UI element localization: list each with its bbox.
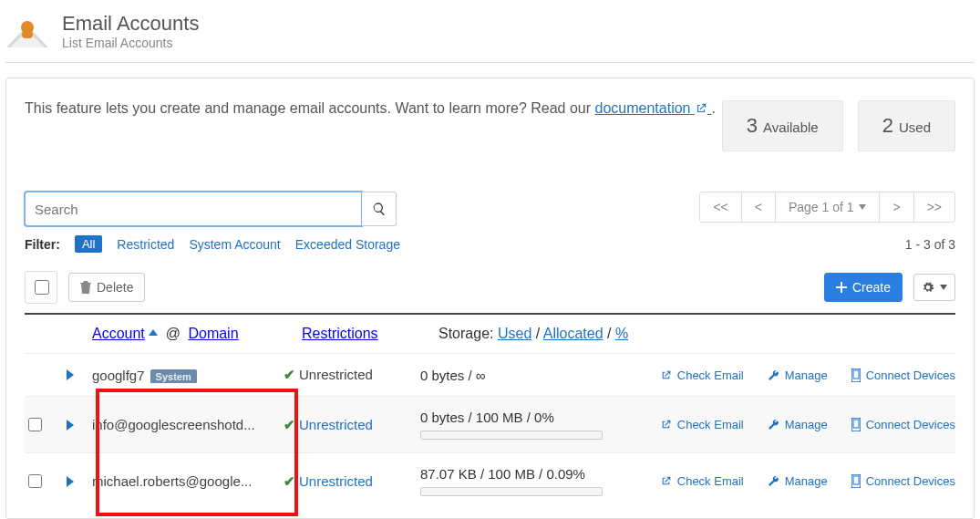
column-headers: Account @ Domain Restrictions Storage: U…: [25, 315, 955, 353]
pager-next[interactable]: >: [879, 192, 913, 223]
gear-icon: [922, 281, 934, 294]
storage-cell: 0 bytes / 100 MB / 0%: [420, 410, 645, 440]
search-input[interactable]: [25, 192, 362, 226]
svg-rect-7: [853, 420, 859, 428]
check-icon: ✔: [284, 417, 295, 432]
settings-menu-button[interactable]: [913, 274, 955, 301]
page-header: Email Accounts List Email Accounts: [5, 5, 975, 62]
svg-rect-9: [853, 476, 859, 484]
account-cell: googlfg7System: [92, 368, 284, 383]
storage-text: 0 bytes / ∞: [420, 368, 645, 383]
pager-first[interactable]: <<: [699, 192, 741, 223]
stat-used-num: 2: [882, 114, 893, 138]
storage-text: 0 bytes / 100 MB / 0%: [420, 410, 645, 425]
table-row: googlfg7System✔Unrestricted0 bytes / ∞Ch…: [25, 353, 955, 396]
main-panel: This feature lets you create and manage …: [5, 78, 975, 519]
trash-icon: [80, 281, 91, 294]
check-email-link[interactable]: Check Email: [660, 474, 744, 488]
chevron-right-icon: [67, 369, 74, 380]
manage-link[interactable]: Manage: [768, 418, 828, 431]
phone-icon: [851, 368, 861, 382]
storage-progress: [420, 487, 603, 496]
open-icon: [660, 369, 672, 381]
restriction-link[interactable]: Unrestricted: [299, 473, 373, 489]
filter-restricted[interactable]: Restricted: [117, 237, 174, 252]
check-icon: ✔: [284, 367, 295, 382]
email-accounts-icon: [5, 9, 49, 53]
expand-toggle[interactable]: [67, 369, 92, 380]
row-checkbox[interactable]: [28, 418, 42, 431]
row-checkbox[interactable]: [28, 474, 42, 488]
pager-last[interactable]: >>: [913, 192, 955, 223]
caret-down-icon: [940, 285, 947, 290]
expand-toggle[interactable]: [67, 476, 92, 487]
select-all-checkbox[interactable]: [35, 280, 49, 295]
manage-link[interactable]: Manage: [768, 368, 828, 382]
table-row: michael.roberts@google...✔Unrestricted87…: [25, 452, 955, 509]
table-row: info@googlescreenshotd...✔Unrestricted0 …: [25, 396, 955, 452]
connect-devices-link[interactable]: Connect Devices: [851, 474, 955, 488]
page-title: Email Accounts: [62, 12, 199, 36]
check-email-link[interactable]: Check Email: [660, 418, 744, 431]
chevron-right-icon: [67, 420, 74, 431]
select-all-wrapper[interactable]: [25, 271, 57, 304]
delete-button[interactable]: Delete: [68, 273, 145, 302]
sort-account[interactable]: Account: [92, 326, 145, 341]
wrench-icon: [768, 419, 779, 431]
separator: [5, 62, 975, 63]
restriction-cell: ✔Unrestricted: [284, 417, 420, 433]
sort-domain[interactable]: Domain: [188, 326, 238, 341]
svg-rect-5: [853, 370, 859, 379]
pager-prev[interactable]: <: [741, 192, 776, 223]
storage-text: 87.07 KB / 100 MB / 0.09%: [420, 466, 645, 482]
documentation-link[interactable]: documentation: [595, 100, 712, 116]
intro-suffix: .: [711, 100, 715, 116]
restriction-link[interactable]: Unrestricted: [299, 417, 373, 432]
stat-used: 2 Used: [858, 100, 955, 151]
col-storage-pct[interactable]: %: [615, 326, 628, 341]
results-count: 1 - 3 of 3: [905, 237, 955, 252]
at-separator: @: [166, 326, 181, 341]
caret-down-icon: [859, 204, 866, 210]
filter-label: Filter:: [25, 237, 60, 252]
restriction-text: Unrestricted: [299, 367, 373, 382]
connect-devices-link[interactable]: Connect Devices: [851, 418, 955, 431]
expand-toggle[interactable]: [67, 420, 92, 431]
col-storage-allocated[interactable]: Allocated: [543, 326, 603, 341]
storage-cell: 0 bytes / ∞: [420, 368, 645, 383]
phone-icon: [851, 418, 861, 431]
check-email-link[interactable]: Check Email: [660, 368, 744, 382]
intro-prefix: This feature lets you create and manage …: [25, 100, 595, 116]
stat-available: 3 Available: [722, 100, 843, 151]
chevron-right-icon: [67, 476, 74, 487]
external-link-icon: [695, 102, 707, 115]
wrench-icon: [768, 475, 779, 487]
restriction-cell: ✔Unrestricted: [284, 367, 420, 383]
filter-all[interactable]: All: [75, 235, 102, 253]
storage-cell: 87.07 KB / 100 MB / 0.09%: [420, 466, 645, 496]
create-button[interactable]: Create: [824, 273, 903, 302]
search-button[interactable]: [362, 192, 397, 226]
col-storage-prefix: Storage:: [438, 326, 493, 341]
storage-progress: [420, 431, 603, 440]
filter-system[interactable]: System Account: [189, 237, 280, 252]
col-restrictions[interactable]: Restrictions: [302, 326, 378, 341]
intro-text: This feature lets you create and manage …: [25, 100, 716, 117]
pager-page[interactable]: Page 1 of 1: [775, 192, 881, 223]
col-storage-used[interactable]: Used: [498, 326, 531, 341]
svg-rect-3: [22, 31, 33, 38]
check-icon: ✔: [284, 473, 295, 489]
stat-used-label: Used: [899, 119, 931, 135]
connect-devices-link[interactable]: Connect Devices: [851, 368, 955, 382]
account-cell: info@googlescreenshotd...: [92, 417, 284, 432]
restriction-cell: ✔Unrestricted: [284, 473, 420, 490]
stat-available-num: 3: [747, 114, 758, 138]
phone-icon: [851, 474, 861, 488]
page-subtitle: List Email Accounts: [62, 36, 199, 50]
open-icon: [660, 475, 672, 487]
filter-exceeded[interactable]: Exceeded Storage: [295, 237, 400, 252]
wrench-icon: [768, 369, 779, 381]
manage-link[interactable]: Manage: [768, 474, 828, 488]
sort-asc-icon: [149, 329, 158, 337]
stat-available-label: Available: [763, 119, 819, 135]
